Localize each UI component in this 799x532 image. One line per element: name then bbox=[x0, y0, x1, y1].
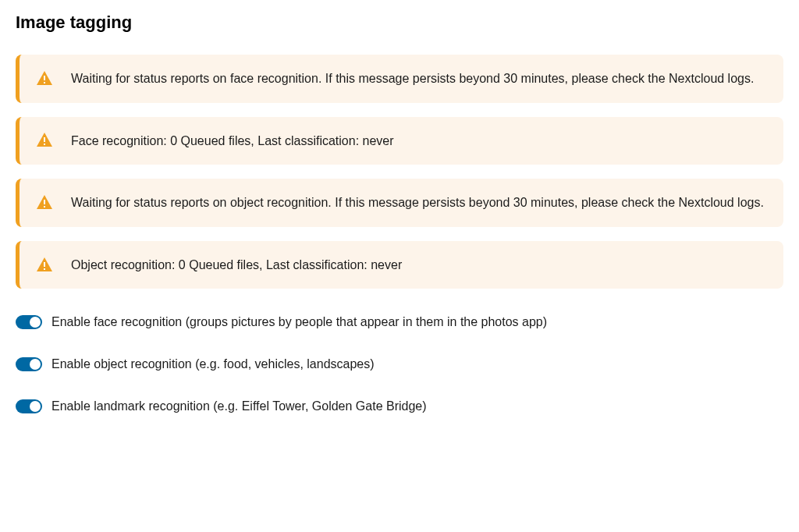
svg-rect-2 bbox=[44, 137, 45, 142]
page-title: Image tagging bbox=[16, 12, 783, 33]
svg-rect-1 bbox=[44, 82, 45, 83]
warning-icon bbox=[35, 131, 54, 150]
alert-text: Waiting for status reports on object rec… bbox=[71, 193, 764, 213]
svg-rect-7 bbox=[44, 268, 45, 270]
toggle-row-face-recognition: Enable face recognition (groups pictures… bbox=[16, 315, 783, 329]
alert-text: Face recognition: 0 Queued files, Last c… bbox=[71, 131, 394, 151]
warning-icon bbox=[35, 193, 54, 212]
toggle-row-landmark-recognition: Enable landmark recognition (e.g. Eiffel… bbox=[16, 399, 783, 413]
alert-text: Waiting for status reports on face recog… bbox=[71, 69, 754, 89]
toggle-label-face-recognition[interactable]: Enable face recognition (groups pictures… bbox=[51, 315, 547, 329]
svg-rect-4 bbox=[44, 200, 45, 204]
svg-rect-5 bbox=[44, 206, 45, 207]
toggle-label-landmark-recognition[interactable]: Enable landmark recognition (e.g. Eiffel… bbox=[51, 399, 427, 413]
alert-object-recognition-waiting: Waiting for status reports on object rec… bbox=[16, 179, 783, 227]
alert-face-recognition-waiting: Waiting for status reports on face recog… bbox=[16, 55, 783, 103]
toggle-section: Enable face recognition (groups pictures… bbox=[16, 315, 783, 413]
toggle-landmark-recognition[interactable] bbox=[16, 399, 42, 413]
toggle-row-object-recognition: Enable object recognition (e.g. food, ve… bbox=[16, 357, 783, 371]
toggle-object-recognition[interactable] bbox=[16, 357, 42, 371]
alert-object-recognition-status: Object recognition: 0 Queued files, Last… bbox=[16, 241, 783, 289]
svg-rect-3 bbox=[44, 144, 45, 145]
svg-rect-0 bbox=[44, 76, 45, 80]
warning-icon bbox=[35, 69, 54, 88]
warning-icon bbox=[35, 256, 54, 275]
toggle-face-recognition[interactable] bbox=[16, 315, 42, 329]
toggle-label-object-recognition[interactable]: Enable object recognition (e.g. food, ve… bbox=[51, 357, 375, 371]
alert-face-recognition-status: Face recognition: 0 Queued files, Last c… bbox=[16, 117, 783, 165]
alert-text: Object recognition: 0 Queued files, Last… bbox=[71, 255, 402, 275]
svg-rect-6 bbox=[44, 262, 45, 267]
